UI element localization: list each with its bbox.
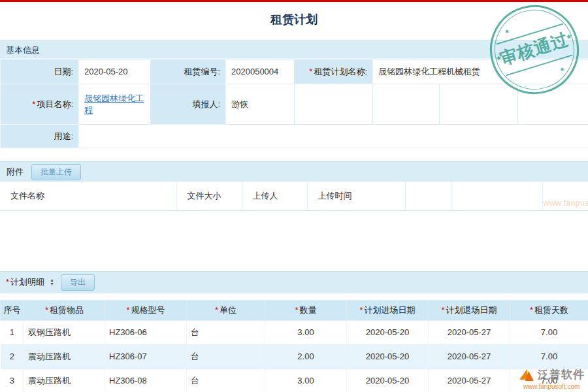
cell-item: 震动压路机 <box>24 344 105 368</box>
required-asterisk: * <box>126 305 129 315</box>
attach-col-filesize: 文件大小 <box>176 182 242 211</box>
project-value-cell: 晟铭园林绿化工程 <box>79 84 151 125</box>
attach-col-filename: 文件名称 <box>0 182 176 211</box>
required-asterisk: * <box>441 305 444 315</box>
basic-info-title: 基本信息 <box>6 45 40 55</box>
empty-cell <box>518 84 588 125</box>
plan-details-title: *计划明细 <box>6 276 44 288</box>
cell-unit: 台 <box>187 368 265 392</box>
cell-qty: 2.00 <box>265 344 347 368</box>
sort-toggle-icon[interactable]: ▲▼ <box>50 278 54 286</box>
cell-qty: 3.00 <box>265 368 347 392</box>
required-asterisk: * <box>359 305 363 315</box>
attach-col-uploadtime: 上传时间 <box>307 182 405 211</box>
required-asterisk: * <box>309 67 312 76</box>
vendor-watermark: 泛普软件 www.fanpusoft.com <box>518 367 585 390</box>
cell-item: 震动压路机 <box>24 368 105 392</box>
col-end-date: *计划退场日期 <box>429 300 510 320</box>
plan-details-table: 序号 *租赁物品 *规格型号 *单位 *数量 *计划进场日期 *计划退场日期 *… <box>0 300 588 392</box>
table-row: 2 震动压路机 HZ306-07 台 2.00 2020-05-20 2020-… <box>1 344 588 368</box>
empty-cell <box>295 84 373 125</box>
project-label: *项目名称: <box>1 84 79 125</box>
cell-qty: 3.00 <box>265 320 347 344</box>
attachments-empty-row <box>0 211 588 242</box>
cell-seq: 1 <box>1 320 24 344</box>
cell-model: HZ306-07 <box>105 344 187 368</box>
cell-end-date: 2020-05-27 <box>429 368 510 392</box>
cell-unit: 台 <box>187 344 265 368</box>
plan-name-value: 晟铭园林绿化工程机械租赁 <box>373 59 588 84</box>
required-asterisk: * <box>530 305 533 315</box>
plan-name-label: *租赁计划名称: <box>295 59 373 84</box>
cell-unit: 台 <box>187 320 265 344</box>
cell-end-date: 2020-05-27 <box>429 344 510 368</box>
section-basic-info: 基本信息 <box>0 41 588 59</box>
col-days: *租赁天数 <box>510 300 588 320</box>
date-value: 2020-05-20 <box>79 59 151 84</box>
empty-cell <box>373 84 440 125</box>
export-button[interactable]: 导出 <box>61 274 95 291</box>
purpose-value <box>79 125 588 148</box>
required-asterisk: * <box>6 277 9 287</box>
detail-header-row: 序号 *租赁物品 *规格型号 *单位 *数量 *计划进场日期 *计划退场日期 *… <box>1 300 588 320</box>
cell-seq: 2 <box>1 344 24 368</box>
col-qty: *数量 <box>265 300 347 320</box>
cell-end-date: 2020-05-27 <box>429 320 510 344</box>
attach-col-empty <box>405 182 451 211</box>
date-label: 日期: <box>1 59 79 84</box>
cell-model: HZ306-06 <box>105 320 187 344</box>
table-row: 3 震动压路机 HZ306-08 台 3.00 2020-05-20 2020-… <box>1 368 588 392</box>
page-title: 租赁计划 <box>0 2 588 41</box>
cell-start-date: 2020-05-20 <box>347 368 429 392</box>
attach-col-empty <box>542 182 588 211</box>
reporter-value: 游恢 <box>226 84 295 125</box>
col-seq: 序号 <box>1 300 24 320</box>
col-item: *租赁物品 <box>24 300 105 320</box>
cell-seq: 3 <box>1 368 24 392</box>
vendor-name: 泛普软件 <box>538 367 585 382</box>
rental-no-value: 2020050004 <box>226 59 295 84</box>
col-start-date: *计划进场日期 <box>347 300 429 320</box>
project-link[interactable]: 晟铭园林绿化工程 <box>84 93 144 115</box>
attach-col-empty <box>451 182 542 211</box>
required-asterisk: * <box>32 99 35 109</box>
cell-start-date: 2020-05-20 <box>347 344 429 368</box>
attach-col-uploader: 上传人 <box>242 182 307 211</box>
cell-model: HZ306-08 <box>105 368 187 392</box>
cell-item: 双钢压路机 <box>24 320 105 344</box>
purpose-label: 用途: <box>1 125 79 148</box>
cell-days: 7.00 <box>510 320 588 344</box>
reporter-label: 填报人: <box>151 84 226 125</box>
rental-no-label: 租赁编号: <box>151 59 226 84</box>
vendor-url: www.fanpusoft.com <box>518 383 585 390</box>
section-plan-details: *计划明细 ▲▼ 导出 <box>0 271 588 293</box>
col-unit: *单位 <box>187 300 265 320</box>
basic-info-table: 日期: 2020-05-20 租赁编号: 2020050004 *租赁计划名称:… <box>0 59 588 148</box>
attachments-title: 附件 <box>7 166 24 178</box>
required-asterisk: * <box>295 305 298 315</box>
required-asterisk: * <box>215 305 218 315</box>
attachments-table: 文件名称 文件大小 上传人 上传时间 <box>0 182 588 242</box>
table-row: 1 双钢压路机 HZ306-06 台 3.00 2020-05-20 2020-… <box>1 320 588 344</box>
col-model: *规格型号 <box>105 300 187 320</box>
empty-cell <box>440 84 518 125</box>
cell-days: 7.00 <box>510 344 588 368</box>
batch-upload-button[interactable]: 批量上传 <box>31 164 81 180</box>
fanpu-logo-icon <box>518 368 535 382</box>
section-attachments: 附件 批量上传 <box>0 161 588 182</box>
required-asterisk: * <box>45 305 48 315</box>
cell-start-date: 2020-05-20 <box>347 320 429 344</box>
